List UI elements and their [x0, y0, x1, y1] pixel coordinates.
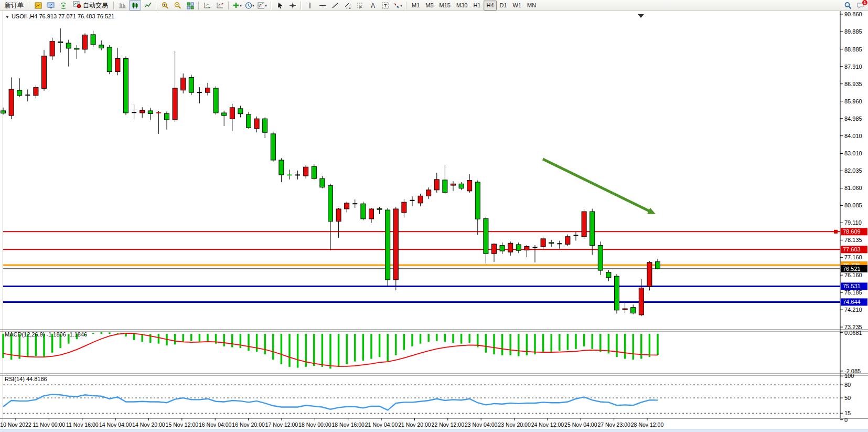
text-label-icon[interactable]: T — [379, 0, 391, 10]
time-tick-label: 28 Nov 12:00 — [631, 422, 664, 428]
horizontal-line-icon[interactable] — [316, 0, 328, 10]
candle — [83, 35, 88, 49]
candle — [656, 262, 660, 269]
svg-text:A: A — [371, 2, 375, 9]
price-tick-label: 86.935 — [844, 81, 862, 87]
candle — [590, 212, 595, 246]
candle — [58, 42, 63, 43]
dropdown-caret-icon[interactable]: ▾ — [240, 3, 243, 8]
auto-trading-button[interactable]: 自动交易 — [70, 0, 111, 10]
dropdown-caret-icon[interactable]: ▾ — [400, 3, 403, 8]
candle — [385, 210, 390, 280]
new-order-button[interactable]: 新订单 — [2, 0, 27, 10]
window-bottom-edge — [0, 429, 868, 432]
line-drag-handle[interactable] — [834, 230, 838, 234]
arrows-icon[interactable]: ▾ — [392, 0, 404, 10]
templates-icon[interactable]: ▾ — [256, 0, 269, 10]
dropdown-caret-icon[interactable]: ▾ — [252, 3, 255, 8]
rsi-axis-label: 50 — [844, 395, 851, 401]
timeframe-button-m5[interactable]: M5 — [423, 1, 436, 10]
time-tick-label: 10 Nov 2022 — [0, 422, 31, 428]
chart-title-text: USOil-,H4 76.913 77.071 76.483 76.521 — [12, 13, 114, 19]
candle — [492, 244, 497, 254]
chart-window-icon[interactable] — [32, 0, 44, 10]
collapse-arrow-icon[interactable]: ▼ — [5, 15, 9, 19]
autotrade-icon — [73, 1, 81, 10]
new-order-button-label: 新订单 — [5, 1, 24, 10]
cursor-icon[interactable] — [274, 0, 286, 10]
chart-bars-icon[interactable] — [116, 0, 128, 10]
chart-candles-icon[interactable] — [129, 0, 141, 10]
price-tick-label: 90.860 — [844, 11, 862, 17]
market-watch-icon[interactable] — [45, 0, 57, 10]
vertical-line-icon[interactable] — [304, 0, 316, 10]
chart-title: ▼USOil-,H4 76.913 77.071 76.483 76.521 — [5, 13, 114, 19]
dropdown-caret-icon[interactable]: ▾ — [265, 3, 268, 8]
rsi-axis-label: 80 — [844, 382, 851, 388]
candle — [377, 209, 382, 210]
fibonacci-icon[interactable]: F — [354, 0, 366, 10]
chat-icon[interactable]: 1 — [854, 0, 866, 10]
chat-unread-badge: 1 — [862, 0, 867, 5]
chart-line-icon[interactable] — [142, 0, 154, 10]
indicators-icon[interactable]: ▾ — [231, 0, 243, 10]
candle — [598, 246, 603, 270]
candle — [148, 111, 153, 113]
timeframe-button-m30[interactable]: M30 — [454, 1, 470, 10]
trendline-icon[interactable] — [329, 0, 341, 10]
candle — [345, 203, 349, 209]
text-icon[interactable]: A — [367, 0, 379, 10]
price-tick-label: 84.985 — [844, 115, 862, 122]
time-tick-label: 14 Nov 04:00 — [99, 422, 132, 428]
toolbar-separator — [198, 2, 199, 9]
price-tick-label: 81.060 — [844, 185, 862, 191]
price-tick-label: 76.160 — [844, 272, 862, 278]
equidistant-channel-icon[interactable]: E — [341, 0, 353, 10]
search-icon[interactable] — [842, 0, 854, 10]
toolbar-separator — [301, 2, 302, 9]
candle — [206, 88, 210, 92]
auto-trading-button-label: 自动交易 — [83, 1, 108, 10]
candle — [434, 180, 439, 190]
toolbar-separator — [406, 2, 407, 9]
price-badge-label: 77.603 — [843, 246, 861, 252]
timeframe-button-m1[interactable]: M1 — [409, 1, 422, 10]
candle — [165, 113, 169, 119]
price-tick-label: 80.085 — [844, 202, 862, 208]
timeframe-button-h4[interactable]: H4 — [484, 1, 496, 10]
auto-scroll-icon[interactable] — [201, 0, 213, 10]
candle — [426, 190, 431, 196]
candle — [639, 288, 644, 315]
price-tick-label: 85.960 — [844, 98, 862, 104]
timeframe-button-d1[interactable]: D1 — [497, 1, 510, 10]
candle — [336, 209, 341, 222]
candle — [1, 111, 6, 113]
time-tick-label: 18 Nov 00:00 — [298, 422, 331, 428]
zoom-in-icon[interactable] — [159, 0, 171, 10]
chart-canvas[interactable]: 90.86089.88588.88587.91086.93585.96084.9… — [0, 11, 868, 432]
signals-icon[interactable] — [57, 0, 69, 10]
candle — [247, 114, 251, 128]
candle — [124, 59, 128, 113]
toolbar: 新订单自动交易▾▾▾EFAT▾M1M5M15M30H1H4D1W1MN1 — [0, 0, 868, 11]
candle — [393, 209, 398, 280]
candle — [74, 48, 79, 49]
price-tick-label: 89.885 — [844, 28, 862, 35]
rsi-indicator-label: RSI(14) 44.8186 — [5, 376, 47, 382]
tile-windows-icon[interactable] — [184, 0, 196, 10]
candle — [516, 245, 521, 250]
time-tick-label: 18 Nov 16:00 — [331, 422, 365, 428]
svg-text:E: E — [349, 6, 351, 9]
zoom-out-icon[interactable] — [172, 0, 184, 10]
candle — [631, 308, 636, 313]
chart-shift-icon[interactable] — [214, 0, 226, 10]
timeframe-button-mn[interactable]: MN — [524, 1, 539, 10]
periods-icon[interactable]: ▾ — [244, 0, 256, 10]
candle — [320, 178, 325, 187]
crosshair-icon[interactable] — [286, 0, 298, 10]
timeframe-button-w1[interactable]: W1 — [510, 1, 524, 10]
timeframe-button-m15[interactable]: M15 — [437, 1, 453, 10]
timeframe-button-h1[interactable]: H1 — [470, 1, 483, 10]
time-tick-label: 23 Nov 20:00 — [498, 422, 531, 428]
candle — [418, 196, 423, 203]
